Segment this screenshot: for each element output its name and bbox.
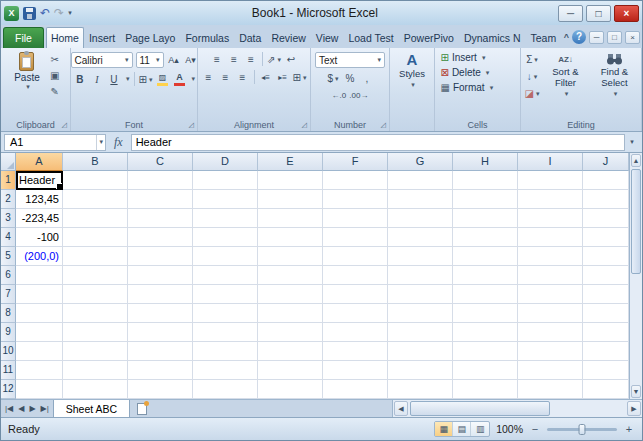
zoom-slider-thumb[interactable] (579, 424, 586, 435)
cell-I11[interactable] (518, 361, 583, 380)
clear-button[interactable]: ◪ ▾ (525, 87, 540, 100)
cell-G12[interactable] (388, 380, 453, 399)
merge-center-button[interactable]: ⊞ ▾ (293, 71, 307, 84)
scroll-up-icon[interactable]: ▲ (631, 154, 641, 167)
fill-button[interactable]: ↓ ▾ (525, 70, 540, 83)
cell-F1[interactable] (323, 171, 388, 190)
cell-I7[interactable] (518, 285, 583, 304)
cell-C1[interactable] (128, 171, 193, 190)
cell-E12[interactable] (258, 380, 323, 399)
font-color-button[interactable]: A (173, 73, 187, 86)
underline-button[interactable]: U (107, 73, 121, 86)
align-bottom-button[interactable]: ≡ (244, 53, 258, 66)
page-break-view-button[interactable]: ▥ (471, 422, 489, 436)
cell-F2[interactable] (323, 190, 388, 209)
cell-I8[interactable] (518, 304, 583, 323)
cell-J6[interactable] (583, 266, 629, 285)
fill-color-button[interactable]: ▨ (156, 73, 170, 86)
cell-G5[interactable] (388, 247, 453, 266)
cell-H4[interactable] (453, 228, 518, 247)
dialog-launcher-icon[interactable]: ◿ (62, 121, 67, 129)
cell-H10[interactable] (453, 342, 518, 361)
cell-C12[interactable] (128, 380, 193, 399)
styles-button[interactable]: A Styles ▾ (391, 50, 433, 90)
cell-J5[interactable] (583, 247, 629, 266)
cell-E1[interactable] (258, 171, 323, 190)
vertical-scrollbar-track[interactable] (630, 275, 642, 384)
last-sheet-icon[interactable]: ▶| (41, 404, 49, 413)
undo-button[interactable]: ↶ (40, 7, 50, 19)
cell-G6[interactable] (388, 266, 453, 285)
workbook-minimize-icon[interactable]: ─ (589, 31, 604, 44)
borders-button[interactable]: ⊞ ▾ (139, 73, 153, 86)
cell-A4[interactable]: -100 (16, 228, 63, 247)
cell-B9[interactable] (63, 323, 128, 342)
cell-A5[interactable]: (200,0) (16, 247, 63, 266)
bold-button[interactable]: B (73, 73, 87, 86)
cell-B11[interactable] (63, 361, 128, 380)
cell-A12[interactable] (16, 380, 63, 399)
cell-A9[interactable] (16, 323, 63, 342)
tab-view[interactable]: View (311, 27, 344, 48)
tab-load-test[interactable]: Load Test (343, 27, 398, 48)
cell-C7[interactable] (128, 285, 193, 304)
cell-F5[interactable] (323, 247, 388, 266)
cell-E10[interactable] (258, 342, 323, 361)
font-size-combo[interactable]: 11 ▾ (136, 52, 164, 68)
column-header-I[interactable]: I (518, 153, 583, 171)
cell-D9[interactable] (193, 323, 258, 342)
cell-C11[interactable] (128, 361, 193, 380)
cell-B5[interactable] (63, 247, 128, 266)
vertical-scrollbar-thumb[interactable] (631, 169, 641, 274)
cell-F8[interactable] (323, 304, 388, 323)
tab-powerpivot[interactable]: PowerPivo (399, 27, 459, 48)
cell-B12[interactable] (63, 380, 128, 399)
name-box[interactable]: A1 ▾ (4, 134, 106, 151)
cell-E9[interactable] (258, 323, 323, 342)
cell-J1[interactable] (583, 171, 629, 190)
cell-D2[interactable] (193, 190, 258, 209)
collapse-ribbon-icon[interactable]: ^ (564, 32, 569, 42)
cell-A1[interactable]: Header (16, 171, 63, 190)
cell-J10[interactable] (583, 342, 629, 361)
maximize-button[interactable]: □ (586, 5, 611, 22)
cell-I12[interactable] (518, 380, 583, 399)
cell-H9[interactable] (453, 323, 518, 342)
page-layout-view-button[interactable]: ▤ (453, 422, 471, 436)
cell-D12[interactable] (193, 380, 258, 399)
cell-G3[interactable] (388, 209, 453, 228)
align-center-button[interactable]: ≡ (219, 71, 233, 84)
column-header-D[interactable]: D (193, 153, 258, 171)
cell-E3[interactable] (258, 209, 323, 228)
cell-F12[interactable] (323, 380, 388, 399)
cell-D7[interactable] (193, 285, 258, 304)
row-header-3[interactable]: 3 (1, 209, 16, 228)
cell-H6[interactable] (453, 266, 518, 285)
cell-D1[interactable] (193, 171, 258, 190)
cell-C3[interactable] (128, 209, 193, 228)
cell-G11[interactable] (388, 361, 453, 380)
decrease-decimal-button[interactable]: .00→ (349, 89, 368, 102)
zoom-in-button[interactable]: + (623, 423, 635, 435)
cell-E6[interactable] (258, 266, 323, 285)
cell-H3[interactable] (453, 209, 518, 228)
scroll-right-icon[interactable]: ▶ (627, 401, 641, 416)
tab-data[interactable]: Data (234, 27, 266, 48)
cell-H5[interactable] (453, 247, 518, 266)
cell-E2[interactable] (258, 190, 323, 209)
orientation-button[interactable]: ⇗ ▾ (267, 53, 281, 66)
cell-B8[interactable] (63, 304, 128, 323)
zoom-out-button[interactable]: − (529, 423, 541, 435)
percent-style-button[interactable]: % (343, 72, 357, 85)
cell-I9[interactable] (518, 323, 583, 342)
cell-A6[interactable] (16, 266, 63, 285)
cell-C5[interactable] (128, 247, 193, 266)
increase-decimal-button[interactable]: ←.0 (332, 89, 347, 102)
delete-cells-button[interactable]: ⊠ Delete ▾ (441, 67, 515, 78)
cell-C2[interactable] (128, 190, 193, 209)
decrease-indent-button[interactable]: ◂≡ (259, 71, 273, 84)
redo-button[interactable]: ↷ (54, 7, 64, 19)
cell-C10[interactable] (128, 342, 193, 361)
wrap-text-button[interactable]: ↩ (284, 53, 298, 66)
insert-cells-button[interactable]: ⊞ Insert ▾ (441, 52, 515, 63)
